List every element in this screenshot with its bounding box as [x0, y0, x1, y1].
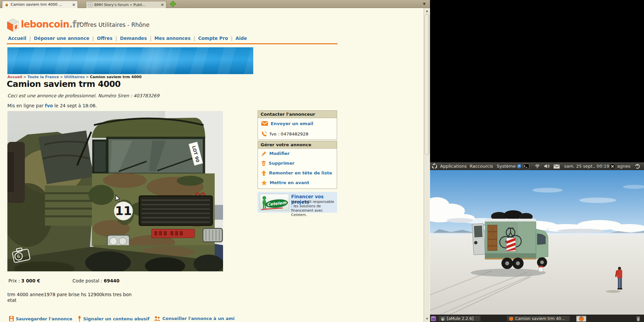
tab-title: Camion saviem trm 4000 ... — [11, 2, 70, 7]
taskbar-firefox-active-button[interactable] — [576, 316, 586, 322]
nav-deposer[interactable]: Déposer une annonce — [34, 36, 89, 41]
nav-mes-annonces[interactable]: Mes annonces — [154, 36, 191, 41]
menu-applications[interactable]: Applications — [440, 162, 467, 170]
salt-flat-scene — [430, 170, 644, 315]
share-ad-link[interactable]: Conseiller l'annonce à un ami — [154, 316, 234, 321]
listing-photo[interactable]: LOT 90 — [7, 111, 223, 271]
power-icon[interactable] — [635, 164, 640, 169]
price: Prix : 3 000 € — [8, 278, 40, 283]
messenger-tray-icon[interactable] — [517, 164, 522, 169]
pager-separator — [612, 315, 613, 322]
pager-separator — [591, 315, 591, 322]
nav-separator: | — [194, 36, 195, 41]
seller-link[interactable]: fvo — [45, 103, 53, 108]
tab-bmh[interactable]: BMH Story's forum • Publi... × — [86, 1, 166, 8]
tab-list-button[interactable]: ▼ — [423, 2, 426, 6]
phone-row: fvo : 0478482928 — [258, 129, 337, 139]
close-icon[interactable]: × — [72, 3, 75, 7]
logo-text: leboncoin — [21, 19, 69, 30]
price-row: Prix : 3 000 € Code postal : 69440 — [0, 278, 235, 285]
volume-icon[interactable] — [544, 164, 550, 168]
menu-raccourcis[interactable]: Raccourcis — [470, 162, 493, 170]
taskbar-amule-button[interactable]: [aMule 2.2.6] — [438, 316, 481, 322]
nav-offres[interactable]: Offres — [97, 36, 112, 41]
postal-value: 69440 — [104, 278, 119, 283]
tab-camion[interactable]: Camion saviem trm 4000 ... × — [2, 1, 78, 8]
tab-bar: Camion saviem trm 4000 ... × BMH Story's… — [0, 0, 430, 8]
leboncoin-favicon-icon — [4, 2, 9, 7]
cetelem-logo-card: Cetelem — [260, 194, 289, 211]
breadcrumb-separator: > — [86, 75, 89, 79]
pin-icon — [78, 316, 81, 322]
cetelem-ad[interactable]: Cetelem Financer vos projets Votre crédi… — [258, 192, 337, 213]
leboncoin-page: leboncoin.fr Offres Utilitaires - Rhône … — [0, 8, 424, 322]
phone-number: fvo : 0478482928 — [270, 131, 309, 137]
posted-suffix: le 24 sept à 18:06. — [54, 103, 97, 108]
bump-link[interactable]: Remonter en tête de liste — [258, 168, 337, 178]
price-value: 3 000 € — [21, 278, 40, 283]
breadcrumb-region[interactable]: Toute la France — [28, 75, 59, 79]
clock[interactable]: sam. 25 sept., 00:19 — [564, 162, 609, 170]
firefox-icon — [509, 316, 514, 321]
modify-link[interactable]: Modifier — [258, 149, 337, 158]
people-icon — [154, 316, 160, 321]
username[interactable]: agnes — [617, 162, 630, 170]
save-ad-link[interactable]: Sauvegarder l'annonce — [9, 316, 72, 321]
photo-count-badge[interactable]: 6 — [10, 245, 34, 266]
listing-description: trm 4000 annee1978 pare brise hs 12900km… — [7, 292, 136, 303]
pro-notice: Ceci est une annonce de professionnel. N… — [7, 93, 159, 98]
mail-tray-icon[interactable] — [553, 164, 560, 169]
action-links: Sauvegarder l'annonce Signaler un conten… — [0, 316, 255, 322]
delete-link[interactable]: Supprimer — [258, 158, 337, 168]
breadcrumb-accueil[interactable]: Accueil — [7, 75, 22, 79]
browser-window: Camion saviem trm 4000 ... × BMH Story's… — [0, 0, 430, 322]
contact-box-title: Contacter l'annonceur — [258, 111, 337, 118]
striped-panel — [506, 238, 516, 251]
desktop-taskbar: [aMule 2.2.6] Camion saviem trm 40... — [430, 315, 644, 322]
nav-separator: | — [29, 36, 31, 41]
session-indicator-icon[interactable] — [609, 163, 615, 169]
plus-icon — [170, 1, 176, 7]
menu-systeme[interactable]: Système — [497, 162, 516, 170]
ubuntu-menu-icon[interactable] — [432, 163, 437, 169]
amule-icon — [440, 316, 445, 321]
phone-icon — [261, 131, 267, 137]
terminal-tray-icon[interactable] — [523, 164, 529, 169]
banner-ad[interactable] — [7, 47, 253, 74]
front-number-disc: 11 — [114, 202, 133, 220]
posted-prefix: Mis en ligne par — [7, 103, 44, 108]
report-ad-link[interactable]: Signaler un contenu abusif — [78, 316, 150, 322]
new-tab-button[interactable] — [170, 1, 176, 8]
trash-icon — [261, 161, 266, 166]
mail-icon — [261, 121, 268, 126]
scrollbar-thumb[interactable] — [425, 14, 429, 155]
desktop-panel: Applications Raccourcis Système sam. 25 … — [430, 162, 644, 170]
save-icon — [9, 316, 14, 321]
screen: Camion saviem trm 4000 ... × BMH Story's… — [0, 0, 644, 322]
nav-compte-pro[interactable]: Compte Pro — [198, 36, 228, 41]
ad-text: Votre crédit responsable : les solutions… — [291, 200, 335, 217]
feature-link[interactable]: Mettre en avant — [258, 178, 337, 187]
breadcrumb-separator: > — [23, 75, 26, 79]
firefox-icon — [579, 316, 584, 321]
nav-aide[interactable]: Aide — [235, 36, 247, 41]
send-email-link[interactable]: Envoyer un email — [258, 118, 337, 129]
manage-box-title: Gérer votre annonce — [258, 141, 337, 149]
postal-code: Code postal : 69440 — [72, 278, 119, 283]
nav-underline — [7, 43, 337, 44]
scroll-down-button[interactable]: ▼ — [424, 317, 430, 321]
scrollbar[interactable]: ▲ ▼ — [424, 8, 430, 322]
scroll-up-button[interactable]: ▲ — [424, 9, 430, 13]
taskbar-firefox-window-button[interactable]: Camion saviem trm 40... — [506, 316, 570, 322]
close-icon[interactable]: × — [161, 3, 164, 7]
nav-demandes[interactable]: Demandes — [120, 36, 147, 41]
nav-accueil[interactable]: Accueil — [8, 36, 26, 41]
trash-applet-icon[interactable] — [636, 316, 641, 321]
page-title: Offres Utilitaires - Rhône — [79, 21, 150, 28]
show-desktop-icon[interactable] — [431, 316, 436, 321]
network-wifi-icon[interactable] — [535, 164, 540, 168]
taskbar-grip — [436, 316, 437, 321]
site-logo[interactable]: leboncoin.fr — [21, 19, 80, 30]
truck-photo-scene: LOT 90 — [7, 111, 223, 271]
breadcrumb-category[interactable]: Utilitaires — [64, 75, 85, 79]
